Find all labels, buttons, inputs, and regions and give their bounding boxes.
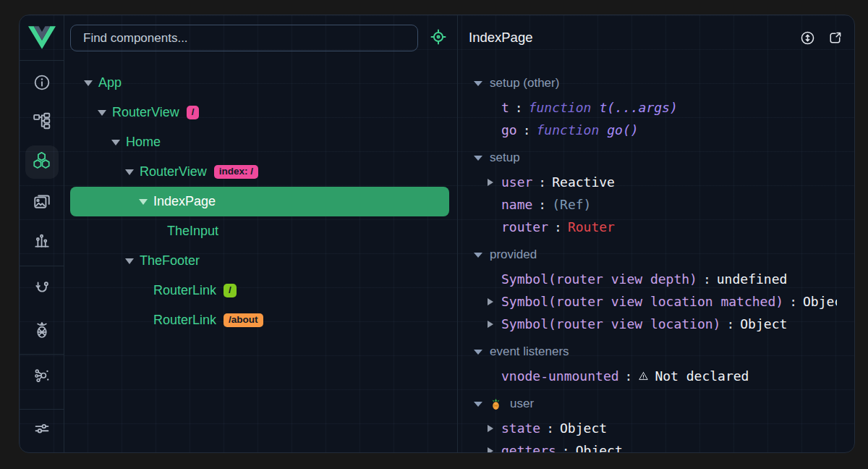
open-in-editor-icon[interactable] (827, 30, 843, 46)
property-key: t (501, 100, 509, 115)
inspector-section: event listenersvnode-unmounted: Not decl… (474, 339, 837, 387)
sidebar-item-timeline[interactable] (25, 225, 59, 258)
section-collapse-icon (474, 253, 482, 258)
property-key: name (501, 197, 532, 212)
inspector-section: setup (other)t:functiont(...args)go:func… (474, 70, 837, 141)
sidebar (20, 15, 64, 452)
section-collapse-icon (474, 402, 482, 407)
key-value-separator: : (625, 368, 633, 384)
component-name: RouterLink (153, 283, 216, 298)
sidebar-item-pinia[interactable] (25, 315, 59, 348)
property-key: go (501, 122, 517, 138)
component-tree-icon (33, 111, 51, 133)
component-picker-button[interactable] (429, 29, 448, 48)
sidebar-item-components[interactable] (25, 145, 59, 179)
expand-arrow-icon[interactable] (488, 298, 501, 305)
settings-sliders-icon (33, 419, 51, 441)
expand-toggle-icon[interactable] (84, 80, 93, 86)
key-value-separator: : (515, 100, 523, 115)
sidebar-item-assets[interactable] (25, 185, 59, 219)
inspector-section: providedSymbol(router view depth):undefi… (474, 242, 837, 335)
tree-item-routerview[interactable]: RouterViewindex: / (70, 157, 449, 187)
sidebar-item-overview[interactable] (25, 67, 59, 101)
property-row-symbol-router-view-depth-: Symbol(router view depth):undefined (474, 268, 837, 290)
tree-item-thefooter[interactable]: TheFooter (70, 246, 449, 276)
property-key: Symbol(router view location matched) (501, 294, 783, 309)
tree-item-home[interactable]: Home (70, 127, 449, 157)
expand-toggle-icon[interactable] (139, 199, 148, 205)
tree-item-theinput[interactable]: TheInput (70, 216, 449, 246)
property-value: (Ref) (552, 197, 591, 212)
pineapple-emoji-icon (490, 398, 502, 410)
property-value: undefined (717, 271, 788, 287)
key-value-separator: : (538, 197, 546, 212)
section-title: user (510, 397, 534, 411)
section-header-provided[interactable]: provided (474, 242, 837, 268)
components-hexagons-icon (32, 151, 51, 174)
timeline-icon (33, 231, 51, 253)
section-header-setup-other-[interactable]: setup (other) (474, 70, 837, 96)
function-keyword: function (537, 122, 600, 138)
key-value-separator: : (554, 219, 562, 234)
section-header-user[interactable]: user (474, 391, 837, 417)
sidebar-divider (20, 354, 64, 355)
function-keyword: function (529, 100, 592, 115)
property-key: state (501, 421, 540, 436)
inspector-title: IndexPage (469, 15, 532, 60)
route-badge: index: / (214, 165, 258, 179)
property-key: Symbol(router view location) (501, 316, 720, 331)
property-row-symbol-router-view-location-matched-: Symbol(router view location matched):Obj… (474, 290, 837, 313)
expand-arrow-icon[interactable] (488, 321, 501, 328)
tree-item-routerlink[interactable]: RouterLink/ (70, 276, 449, 305)
property-row-user: user:Reactive (474, 171, 837, 193)
component-name: RouterView (140, 164, 207, 179)
property-row-getters: getters:Object (474, 439, 837, 452)
sidebar-item-pages[interactable] (25, 106, 59, 139)
tree-item-routerview[interactable]: RouterView/ (70, 98, 449, 127)
section-header-event-listeners[interactable]: event listeners (474, 339, 837, 365)
property-key: router (501, 219, 548, 234)
inspector-section: userstate:Objectgetters:Object (474, 391, 837, 452)
expand-arrow-icon[interactable] (488, 425, 501, 432)
expand-toggle-icon[interactable] (125, 258, 134, 264)
property-row-symbol-router-view-location-: Symbol(router view location):Object (474, 313, 837, 335)
property-row-vnode-unmounted: vnode-unmounted: Not declared (474, 365, 837, 387)
tree-item-routerlink[interactable]: RouterLink/about (70, 305, 449, 335)
vue-devtools-window: AppRouterView/HomeRouterViewindex: /Inde… (19, 14, 855, 453)
expand-toggle-icon[interactable] (125, 169, 134, 175)
sidebar-item-settings[interactable] (25, 413, 59, 447)
expand-arrow-icon[interactable] (488, 179, 501, 186)
expand-arrow-icon[interactable] (488, 447, 501, 453)
property-value: Object (740, 316, 787, 331)
key-value-separator: : (703, 271, 711, 287)
component-name: IndexPage (153, 194, 216, 209)
component-name: TheInput (167, 224, 218, 239)
warning-icon (638, 371, 649, 381)
assets-icon (33, 191, 51, 213)
tree-item-indexpage[interactable]: IndexPage (70, 187, 449, 216)
property-row-router: router:Router (474, 216, 837, 238)
route-badge: / (187, 106, 200, 119)
target-icon (429, 28, 448, 49)
inspector-section: setupuser:Reactivename:(Ref)router:Route… (474, 145, 837, 238)
vue-logo (20, 15, 64, 60)
section-title: provided (490, 248, 537, 262)
sidebar-item-graph[interactable] (25, 360, 59, 394)
property-key: getters (501, 443, 556, 452)
expand-toggle-icon[interactable] (111, 140, 120, 145)
inspector-content: setup (other)t:functiont(...args)go:func… (458, 70, 855, 452)
section-title: setup (other) (490, 76, 559, 90)
route-badge: / (224, 284, 237, 297)
component-name: RouterView (112, 105, 179, 120)
section-title: setup (490, 151, 520, 165)
property-row-name: name:(Ref) (474, 193, 837, 216)
tree-item-app[interactable]: App (70, 68, 449, 98)
scroll-to-component-icon[interactable] (799, 30, 816, 46)
expand-toggle-icon[interactable] (98, 110, 106, 116)
section-collapse-icon (474, 81, 482, 86)
sidebar-item-router[interactable] (25, 272, 59, 305)
key-value-separator: : (538, 174, 546, 190)
search-input[interactable] (82, 30, 407, 46)
component-name: Home (126, 135, 161, 150)
section-header-setup[interactable]: setup (474, 145, 837, 171)
